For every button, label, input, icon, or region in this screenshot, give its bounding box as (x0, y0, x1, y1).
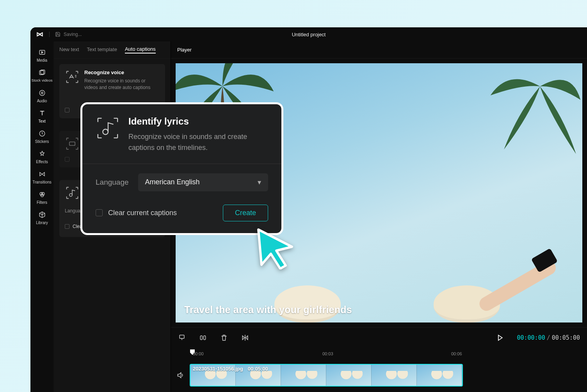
rail-label: Stock videos (32, 78, 53, 82)
popup-title: Identify lyrics (128, 116, 268, 127)
rail-label: Library (36, 221, 48, 225)
rail-item-stickers[interactable]: Stickers (31, 127, 53, 146)
rail-item-media[interactable]: Media (31, 45, 53, 65)
rail-item-effects[interactable]: Effects (31, 147, 53, 166)
card-desc: Recognize voice in sounds or videos and … (84, 78, 160, 91)
transport-bar: 00:00:00/00:05:00 (171, 327, 587, 347)
delete-tool-icon[interactable] (220, 334, 228, 342)
tab-new-text[interactable]: New text (59, 46, 79, 53)
rail-label: Media (37, 58, 47, 62)
side-rail: Media Stock videos Audio Text (30, 41, 54, 392)
panel-tabs: New text Text template Auto captions (54, 41, 171, 59)
text-icon (38, 109, 46, 118)
checkbox-icon (65, 157, 69, 162)
video-track: 20230531-151056.jpg 00:05:00 (171, 364, 587, 387)
rail-item-filters[interactable]: Filters (31, 187, 53, 207)
rail-label: Text (38, 119, 45, 123)
clip-duration: 00:05:00 (248, 366, 268, 372)
save-status: Saving... (55, 32, 82, 37)
svg-rect-12 (200, 336, 202, 340)
lyrics-icon (65, 185, 80, 200)
timeline-clip[interactable]: 20230531-151056.jpg 00:05:00 (190, 364, 463, 387)
divider (49, 32, 50, 37)
time-current: 00:00:00 (517, 334, 545, 341)
transitions-icon (38, 170, 46, 178)
clip-filename: 20230531-151056.jpg (193, 366, 243, 372)
svg-rect-9 (69, 142, 75, 145)
popup-language-select[interactable]: American English ▾ (138, 173, 268, 191)
rail-label: Audio (37, 99, 47, 103)
svg-point-4 (41, 92, 43, 94)
timeline[interactable]: 00:00 00:03 00:06 20230531-151056.jpg 00… (171, 347, 587, 392)
rail-item-audio[interactable]: Audio (31, 86, 53, 105)
rail-item-library[interactable]: Library (31, 208, 53, 227)
popup-desc: Recognize voice in sounds and create cap… (128, 132, 268, 153)
time-readout: 00:00:00/00:05:00 (517, 334, 580, 341)
popup-clear-checkbox[interactable]: Clear current captions (96, 209, 177, 217)
svg-point-14 (103, 129, 108, 135)
rail-label: Stickers (35, 139, 49, 144)
checkbox-icon (65, 224, 69, 229)
chevron-down-icon: ▾ (258, 178, 261, 187)
rail-label: Filters (37, 200, 47, 205)
popup-language-value: American English (145, 178, 200, 186)
library-icon (38, 210, 46, 219)
card-title: Recognize voice (84, 69, 160, 75)
tab-auto-captions[interactable]: Auto captions (125, 46, 156, 53)
popup-create-button[interactable]: Create (223, 205, 268, 221)
titlebar: Saving... Untitled project (30, 27, 587, 41)
svg-rect-11 (180, 335, 184, 338)
time-total: 00:05:00 (552, 334, 580, 341)
svg-rect-13 (204, 336, 206, 340)
app-logo-icon (36, 30, 44, 38)
identify-lyrics-popup: Identify lyrics Recognize voice in sound… (80, 102, 283, 235)
checkbox-icon (65, 108, 69, 112)
audio-icon (38, 89, 46, 97)
svg-point-3 (39, 90, 45, 96)
crop-tool-icon[interactable] (178, 334, 186, 342)
timeline-ruler[interactable]: 00:00 00:03 00:06 (190, 350, 587, 360)
lyrics-icon (96, 116, 120, 140)
ruler-mark: 00:03 (322, 351, 333, 356)
popup-clear-label: Clear current captions (108, 209, 177, 217)
speaker-icon[interactable] (175, 370, 186, 381)
rail-item-stock-videos[interactable]: Stock videos (31, 66, 53, 85)
split-tool-icon[interactable] (199, 334, 207, 342)
project-title: Untitled project (292, 32, 326, 37)
svg-point-10 (69, 193, 72, 196)
mirror-tool-icon[interactable] (241, 334, 249, 342)
rail-item-text[interactable]: Text (31, 106, 53, 126)
media-icon (38, 48, 46, 57)
stock-videos-icon (38, 68, 46, 77)
effects-icon (38, 150, 46, 158)
tab-text-template[interactable]: Text template (87, 46, 117, 53)
ruler-mark: 00:00 (193, 351, 204, 356)
cursor-pointer-icon (254, 226, 297, 269)
caption-frame-icon (65, 136, 80, 151)
filters-icon (38, 190, 46, 199)
stickers-icon (38, 129, 46, 138)
rail-label: Effects (36, 160, 48, 164)
rail-item-transitions[interactable]: Transitions (31, 167, 53, 187)
preview-caption: Travel the area with your girlfriends (184, 304, 352, 315)
rail-label: Transitions (32, 180, 52, 184)
ruler-mark: 00:06 (451, 351, 462, 356)
checkbox-icon (96, 209, 103, 216)
recognize-voice-icon (65, 69, 80, 84)
save-status-text: Saving... (64, 32, 82, 37)
popup-language-label: Language (96, 178, 129, 187)
play-button[interactable] (496, 333, 504, 342)
player-header: Player (171, 41, 587, 59)
